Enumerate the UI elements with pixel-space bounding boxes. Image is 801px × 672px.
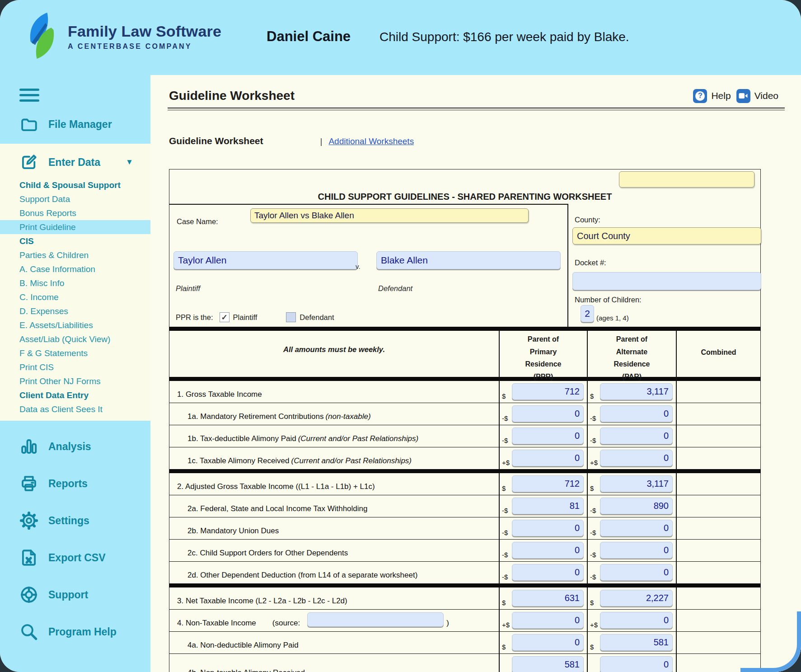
section-divider bbox=[169, 469, 760, 473]
client-name: Daniel Caine bbox=[267, 28, 351, 45]
plaintiff-name-input[interactable] bbox=[173, 251, 358, 269]
sidebar-item-f-g-statements[interactable]: F & G Statements bbox=[0, 346, 150, 360]
sidebar-item-parties-children[interactable]: Parties & Children bbox=[0, 248, 150, 262]
ppr-amount-input[interactable] bbox=[512, 383, 584, 400]
sidebar-item-label: Export CSV bbox=[48, 552, 106, 564]
sidebar-item-export-csv[interactable]: Export CSV bbox=[0, 548, 150, 567]
guideline-worksheet-form: CHILD SUPPORT GUIDELINES - SHARED PARENT… bbox=[169, 169, 761, 672]
sidebar-item-print-guideline[interactable]: Print Guideline bbox=[0, 220, 150, 234]
docket-input[interactable] bbox=[572, 272, 761, 290]
sidebar-item-child-spousal-support[interactable]: Child & Spousal Support bbox=[0, 178, 150, 192]
chevron-down-icon[interactable]: ▼ bbox=[126, 158, 133, 167]
case-name-input[interactable] bbox=[250, 208, 529, 223]
par-amount-input[interactable] bbox=[600, 405, 673, 422]
ppr-amount-input[interactable] bbox=[512, 520, 584, 536]
par-amount-input[interactable] bbox=[600, 542, 673, 559]
currency-prefix: $ bbox=[502, 643, 506, 651]
par-amount-input[interactable] bbox=[600, 498, 673, 514]
par-amount-input[interactable] bbox=[600, 383, 673, 400]
currency-prefix: +$ bbox=[590, 621, 598, 629]
sidebar-item-print-cis[interactable]: Print CIS bbox=[0, 360, 150, 374]
sidebar-item-support[interactable]: Support bbox=[0, 585, 150, 604]
par-amount-input[interactable] bbox=[600, 475, 673, 492]
sidebar-item-program-help[interactable]: Program Help bbox=[0, 622, 150, 641]
ppr-amount-input[interactable] bbox=[512, 656, 584, 672]
sidebar-item-analysis[interactable]: Analysis bbox=[0, 437, 150, 456]
worksheet-row: 4b. Non-taxable Alimony Received$$ bbox=[169, 653, 760, 672]
life-ring-icon bbox=[19, 585, 38, 604]
sidebar-item-e-assets-liabilities[interactable]: E. Assets/Liabilities bbox=[0, 318, 150, 332]
ppr-plaintiff-checkbox[interactable]: ✓ bbox=[220, 312, 230, 322]
court-info-panel: County: Docket #: Number of Children: (a… bbox=[567, 204, 760, 327]
sidebar-item-file-manager[interactable]: File Manager bbox=[0, 115, 170, 134]
sidebar-item-c-income[interactable]: C. Income bbox=[0, 290, 150, 304]
ppr-amount-input[interactable] bbox=[512, 542, 584, 559]
sidebar-item-enter-data[interactable]: Enter Data ▼ bbox=[0, 144, 150, 178]
combined-cell bbox=[676, 587, 760, 609]
par-amount-input[interactable] bbox=[600, 634, 673, 651]
ppr-amount-input[interactable] bbox=[512, 590, 584, 606]
sidebar-item-data-as-client-sees-it[interactable]: Data as Client Sees It bbox=[0, 402, 150, 416]
ppr-cell: -$ bbox=[499, 517, 587, 539]
ppr-amount-input[interactable] bbox=[512, 498, 584, 514]
hamburger-menu-icon[interactable] bbox=[19, 89, 39, 105]
logo-leaf-icon bbox=[23, 13, 61, 61]
ppr-defendant-checkbox[interactable] bbox=[286, 312, 296, 322]
source-label: (source: bbox=[272, 619, 300, 628]
currency-prefix: -$ bbox=[590, 551, 596, 559]
sidebar-item-support-data[interactable]: Support Data bbox=[0, 192, 150, 206]
sidebar-item-bonus-reports[interactable]: Bonus Reports bbox=[0, 206, 150, 220]
video-label[interactable]: Video bbox=[754, 90, 778, 101]
sidebar-item-label: Program Help bbox=[48, 626, 117, 638]
ppr-cell: $ bbox=[499, 587, 587, 609]
par-amount-input[interactable] bbox=[600, 564, 673, 581]
help-label[interactable]: Help bbox=[711, 90, 731, 101]
sidebar-item-reports[interactable]: Reports bbox=[0, 474, 150, 493]
sidebar-item-b-misc-info[interactable]: B. Misc Info bbox=[0, 276, 150, 290]
sidebar-item-a-case-information[interactable]: A. Case Information bbox=[0, 262, 150, 276]
ppr-amount-input[interactable] bbox=[512, 634, 584, 651]
par-amount-input[interactable] bbox=[600, 428, 673, 444]
sidebar-item-label: Reports bbox=[48, 478, 88, 490]
main-content: Guideline Worksheet ? Help Video Guideli… bbox=[150, 75, 801, 672]
par-cell: $ bbox=[587, 381, 676, 403]
plaintiff-label: Plaintiff bbox=[176, 284, 200, 293]
ppr-amount-input[interactable] bbox=[512, 450, 584, 466]
weekly-note: All amounts must be weekly. bbox=[169, 331, 499, 383]
number-of-children-input[interactable] bbox=[581, 305, 594, 322]
video-button[interactable] bbox=[736, 89, 750, 103]
sidebar-item-cis[interactable]: CIS bbox=[0, 234, 150, 248]
par-cell: -$ bbox=[587, 495, 676, 517]
help-button[interactable]: ? bbox=[693, 89, 707, 103]
worksheet-top-field[interactable] bbox=[619, 171, 754, 188]
folder-icon bbox=[19, 115, 38, 134]
app-header: Family Law Software A CENTERBASE COMPANY… bbox=[0, 0, 801, 75]
par-amount-input[interactable] bbox=[600, 612, 673, 629]
par-amount-input[interactable] bbox=[600, 520, 673, 536]
source-input[interactable] bbox=[307, 612, 444, 627]
ppr-cell: $ bbox=[499, 473, 587, 495]
sidebar-item-settings[interactable]: Settings bbox=[0, 511, 150, 530]
county-input[interactable] bbox=[572, 227, 761, 244]
ppr-amount-input[interactable] bbox=[512, 564, 584, 581]
par-amount-input[interactable] bbox=[600, 656, 673, 672]
sidebar-item-d-expenses[interactable]: D. Expenses bbox=[0, 304, 150, 318]
par-amount-input[interactable] bbox=[600, 450, 673, 466]
sidebar-item-client-data-entry[interactable]: Client Data Entry bbox=[0, 388, 150, 402]
par-amount-input[interactable] bbox=[600, 590, 673, 606]
defendant-name-input[interactable] bbox=[376, 251, 561, 269]
ppr-amount-input[interactable] bbox=[512, 405, 584, 422]
ppr-cell: -$ bbox=[499, 403, 587, 425]
enter-data-submenu: Child & Spousal SupportSupport DataBonus… bbox=[0, 178, 150, 416]
ppr-amount-input[interactable] bbox=[512, 475, 584, 492]
sidebar-item-asset-liab-quick-view-[interactable]: Asset/Liab (Quick View) bbox=[0, 332, 150, 346]
sidebar-item-print-other-nj-forms[interactable]: Print Other NJ Forms bbox=[0, 374, 150, 388]
ppr-cell: $ bbox=[499, 381, 587, 403]
ppr-cell: $ bbox=[499, 632, 587, 653]
row-label: 1a. Mandatory Retirement Contributions(n… bbox=[169, 403, 499, 425]
combined-cell bbox=[676, 495, 760, 517]
tab-additional-worksheets[interactable]: Additional Worksheets bbox=[328, 136, 414, 146]
combined-cell bbox=[676, 381, 760, 403]
ppr-amount-input[interactable] bbox=[512, 428, 584, 444]
ppr-amount-input[interactable] bbox=[512, 612, 584, 629]
